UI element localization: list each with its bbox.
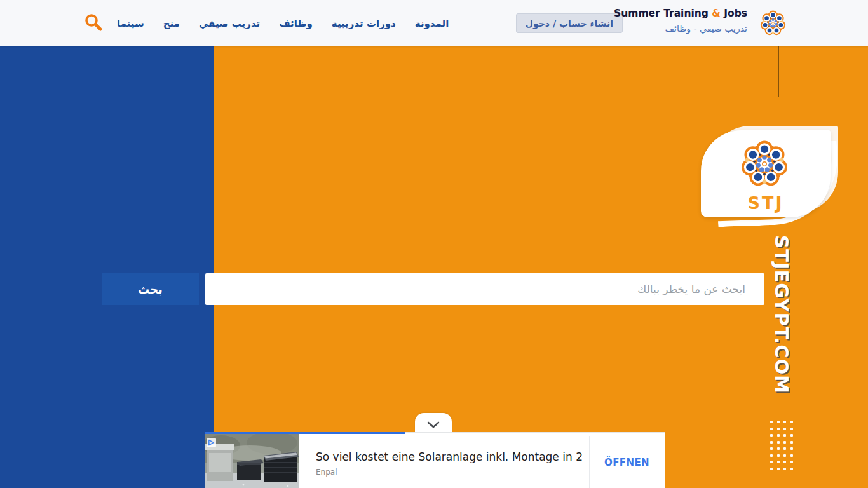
nav-item-jobs[interactable]: وظائف — [279, 18, 313, 29]
search-icon[interactable] — [83, 13, 104, 33]
ad-title[interactable]: So viel kostet eine Solaranlage inkl. Mo… — [316, 451, 583, 463]
stj-flower-icon — [737, 137, 792, 194]
brand-title: Summer Training & Jobs — [614, 8, 747, 19]
login-signup-button[interactable]: انشاء حساب / دخول — [516, 13, 623, 33]
hero-search-input[interactable] — [205, 273, 764, 305]
main-nav: سينما منح تدريب صيفي وظائف دورات تدريبية… — [117, 0, 449, 46]
adchoices-icon[interactable] — [207, 438, 216, 447]
ad-open-button[interactable]: ÖFFNEN — [589, 456, 665, 469]
dots-pattern — [770, 421, 793, 470]
ad-top-hairline — [405, 432, 665, 433]
nav-item-summer-training[interactable]: تدريب صيفي — [199, 18, 260, 29]
ad-image-solar-panels[interactable] — [205, 434, 299, 488]
nav-item-courses[interactable]: دورات تدريبية — [332, 18, 396, 29]
chevron-down-icon — [427, 421, 440, 428]
stj-flower-logo-icon[interactable] — [758, 8, 788, 38]
brand-text[interactable]: Summer Training & Jobs تدريب صيفي - وظائ… — [614, 8, 747, 34]
nav-item-blog[interactable]: المدونة — [415, 18, 449, 29]
hero-section: STJ STJEGYPT.COM بحث — [0, 46, 868, 488]
hero-blue-panel — [0, 46, 214, 488]
decorative-vertical-line — [778, 46, 779, 97]
site-url-vertical-text: STJEGYPT.COM — [771, 235, 792, 394]
ad-banner: So viel kostet eine Solaranlage inkl. Mo… — [205, 432, 665, 488]
brand-ampersand: & — [712, 8, 721, 19]
nav-item-cinema[interactable]: سينما — [117, 18, 144, 29]
hero-search-button[interactable]: بحث — [102, 273, 199, 305]
nav-item-grants[interactable]: منح — [163, 18, 180, 29]
header: سينما منح تدريب صيفي وظائف دورات تدريبية… — [0, 0, 868, 46]
page: سينما منح تدريب صيفي وظائف دورات تدريبية… — [0, 0, 868, 488]
brand-subtitle: تدريب صيفي - وظائف — [614, 24, 747, 34]
ad-source: Enpal — [316, 468, 337, 477]
hero-logo-text: STJ — [701, 193, 831, 213]
hero-leaf-logo: STJ — [701, 130, 831, 217]
